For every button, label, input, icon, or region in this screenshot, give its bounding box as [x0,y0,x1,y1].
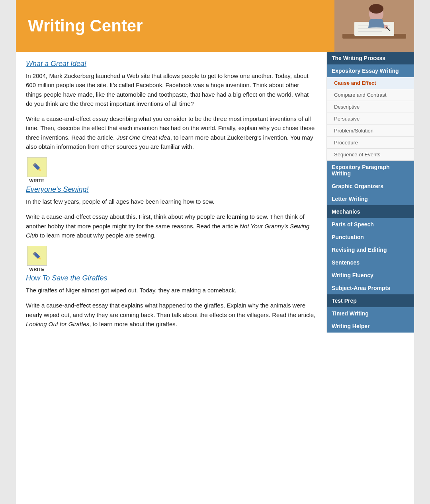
article-3-title[interactable]: How To Save the Giraffes [26,274,317,282]
write-icon-block-1: WRITE [26,157,48,183]
sidebar-item-procedure[interactable]: Procedure [327,137,414,149]
sidebar-item-letter-writing[interactable]: Letter Writing [327,193,414,205]
sidebar-item-revising-editing[interactable]: Revising and Editing [327,243,414,256]
sidebar-item-writing-helper[interactable]: Writing Helper [327,320,414,333]
header-title-area: Writing Center [16,0,334,52]
sidebar-item-subject-area-prompts[interactable]: Subject-Area Prompts [327,282,414,294]
sidebar-item-punctuation[interactable]: Punctuation [327,231,414,243]
write-icon-image-1 [27,157,47,177]
article-1-para-2: Write a cause-and-effect essay describin… [26,114,317,151]
write-label-2: WRITE [29,267,45,272]
svg-point-7 [369,4,383,14]
main-content: What a Great Idea! In 2004, Mark Zuckerb… [16,52,326,346]
sidebar-item-compare-and-contrast[interactable]: Compare and Contrast [327,89,414,101]
article-3-para-1: The giraffes of Niger almost got wiped o… [26,286,317,295]
page-title: Writing Center [28,16,143,35]
write-icon-block-2: WRITE [26,246,48,272]
sidebar-item-graphic-organizers[interactable]: Graphic Organizers [327,180,414,193]
header: Writing Center [16,0,414,52]
sidebar-item-test-prep[interactable]: Test Prep [327,294,414,307]
sidebar-item-problem-solution[interactable]: Problem/Solution [327,125,414,137]
sidebar-item-persuasive[interactable]: Persuasive [327,113,414,125]
sidebar-item-expository-paragraph[interactable]: Expository Paragraph Writing [327,161,414,180]
page-wrapper: Writing Center [16,0,414,504]
sidebar-item-parts-of-speech[interactable]: Parts of Speech [327,218,414,231]
content-area: What a Great Idea! In 2004, Mark Zuckerb… [16,52,414,346]
sidebar-item-writing-fluency[interactable]: Writing Fluency [327,269,414,282]
write-icon-image-2 [27,246,47,266]
article-3-para-2: Write a cause-and-effect essay that expl… [26,301,317,329]
article-2-para-2: Write a cause-and-effect essay about thi… [26,212,317,240]
article-1: What a Great Idea! In 2004, Mark Zuckerb… [26,60,317,151]
header-image [334,0,414,52]
article-2-title[interactable]: Everyone's Sewing! [26,185,317,194]
sidebar-item-sequence-of-events[interactable]: Sequence of Events [327,149,414,161]
sidebar-item-descriptive[interactable]: Descriptive [327,101,414,113]
sidebar-item-sentences[interactable]: Sentences [327,256,414,269]
sidebar-item-mechanics[interactable]: Mechanics [327,205,414,218]
sidebar-item-timed-writing[interactable]: Timed Writing [327,307,414,320]
sidebar: The Writing Process Expository Essay Wri… [326,52,414,333]
sidebar-item-expository-essay-writing[interactable]: Expository Essay Writing [327,64,414,77]
write-label-1: WRITE [29,178,45,183]
article-2-para-1: In the last few years, people of all age… [26,197,317,206]
header-illustration [334,0,414,52]
article-2: Everyone's Sewing! In the last few years… [26,185,317,240]
sidebar-item-cause-and-effect[interactable]: Cause and Effect [327,77,414,89]
article-1-para-1: In 2004, Mark Zuckerberg launched a Web … [26,71,317,108]
article-3: How To Save the Giraffes The giraffes of… [26,274,317,329]
article-1-title[interactable]: What a Great Idea! [26,60,317,68]
sidebar-header-writing-process[interactable]: The Writing Process [327,52,414,64]
